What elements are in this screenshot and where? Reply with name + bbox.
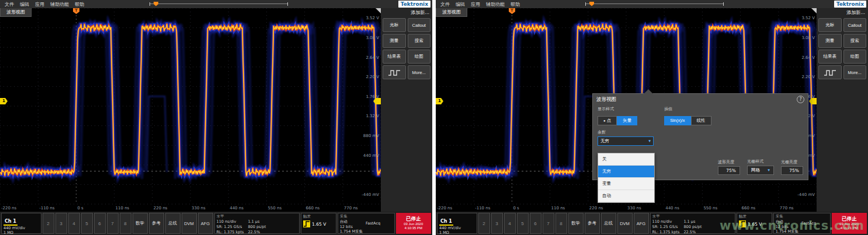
sidebar-button[interactable]: 光标: [383, 18, 406, 32]
menu-item[interactable]: 应用: [468, 1, 483, 8]
horizontal-panel[interactable]: 水平 110 ns/div SR: 1.25 GS/s RL: 1.375 kp…: [650, 213, 736, 234]
channel1-badge[interactable]: Ch 1 440 mV/div 1 MΩ 1 GHz: [1, 213, 41, 234]
sidebar-button[interactable]: 光标: [818, 18, 842, 32]
waveform-histogram-icon-button[interactable]: [818, 65, 842, 79]
style-dots-button[interactable]: ●点: [598, 116, 617, 125]
waveform-display[interactable]: 波形视图 -220 ns-110 ns0 s110 ns220 ns330 ns…: [0, 8, 381, 212]
svg-text:2.20 V: 2.20 V: [801, 75, 815, 79]
channel-button[interactable]: 4: [504, 213, 516, 234]
sidebar-button[interactable]: Callout: [843, 18, 867, 32]
dropdown-option[interactable]: 无穷: [598, 166, 654, 178]
persistence-value: 无穷: [600, 138, 609, 144]
dropdown-option[interactable]: 变量: [598, 178, 654, 190]
help-icon[interactable]: ?: [797, 96, 804, 103]
channel-button[interactable]: 3: [55, 213, 67, 234]
channel-button[interactable]: 8: [555, 213, 567, 234]
channel-button[interactable]: 2: [43, 213, 54, 234]
trigger-panel[interactable]: 触发 1.65 V: [737, 213, 772, 234]
acquisition-bits: 12 bits: [340, 225, 363, 229]
menu-item[interactable]: 编辑: [453, 1, 468, 8]
svg-text:3.08 V: 3.08 V: [366, 36, 379, 40]
svg-text:550 ns: 550 ns: [703, 206, 717, 211]
more-button[interactable]: More...: [408, 65, 431, 79]
menu-item[interactable]: 应用: [32, 1, 47, 8]
channel-button[interactable]: 5: [517, 213, 529, 234]
tab-waveform-view[interactable]: 波形视图: [436, 8, 467, 17]
function-button[interactable]: 总线: [165, 213, 180, 234]
sidebar: 添加新... 光标Callout测量搜索结果表绘图 More...: [817, 8, 868, 212]
channel-button[interactable]: 3: [491, 213, 503, 234]
dropdown-option[interactable]: 自动: [598, 190, 654, 202]
run-stop-button[interactable]: 已停止 03 Jun 2020 4:10:35 PM: [396, 213, 432, 234]
function-button[interactable]: DVM: [182, 213, 197, 234]
function-button[interactable]: DVM: [617, 213, 633, 234]
channel-button[interactable]: 4: [68, 213, 80, 234]
function-button[interactable]: 数学: [568, 213, 584, 234]
sidebar-button[interactable]: 测量: [383, 34, 406, 48]
sidebar-button[interactable]: 测量: [818, 34, 842, 48]
draw-zoom-corner-icon[interactable]: [376, 8, 381, 13]
sidebar-button[interactable]: 搜索: [843, 34, 867, 48]
graticule-style-dropdown[interactable]: 网格 ▾: [747, 166, 774, 175]
zoom-window-bracket[interactable]: [150, 2, 288, 6]
channel-button[interactable]: 6: [530, 213, 541, 234]
acquisition-panel[interactable]: 采集 自动 12 bits 1.754 M采集 FastAcq: [338, 213, 395, 234]
channel-button[interactable]: 7: [107, 213, 119, 234]
svg-text:330 ns: 330 ns: [192, 206, 206, 211]
add-new-button[interactable]: 添加新...: [383, 9, 430, 16]
waveform-display[interactable]: 波形视图 -220 ns-110 ns0 s110 ns220 ns330 ns…: [436, 8, 817, 212]
menu-item[interactable]: 帮助: [72, 1, 87, 8]
sidebar-button[interactable]: 结果表: [383, 50, 406, 64]
menu-item[interactable]: 辅助功能: [47, 1, 72, 8]
function-button[interactable]: 总线: [601, 213, 616, 234]
menu-item[interactable]: 编辑: [17, 1, 32, 8]
sidebar-button[interactable]: Callout: [408, 18, 431, 32]
function-button[interactable]: 数学: [133, 213, 148, 234]
menu-item[interactable]: 帮助: [508, 1, 523, 8]
interpolation-segment: Sin(x)/x 线性: [664, 116, 711, 125]
channel-button[interactable]: 2: [478, 213, 490, 234]
interp-sinx-button[interactable]: Sin(x)/x: [664, 116, 690, 125]
acquisition-ruler: [524, 2, 833, 7]
menu-item[interactable]: 文件: [438, 1, 453, 8]
graticule-intensity-field[interactable]: 75%: [781, 166, 803, 175]
zoom-window-bracket[interactable]: [585, 2, 724, 6]
horizontal-panel[interactable]: 水平 110 ns/div SR: 1.25 GS/s RL: 1.375 kp…: [214, 213, 300, 234]
dialog-pointer: [643, 89, 654, 94]
function-button[interactable]: 参考: [149, 213, 164, 234]
persistence-dropdown[interactable]: 无穷 ▾: [598, 136, 654, 146]
function-button[interactable]: 参考: [585, 213, 600, 234]
svg-text:110 ns: 110 ns: [551, 206, 565, 211]
channel1-scale: 440 mV/div: [4, 226, 39, 230]
dropdown-option[interactable]: 关: [598, 153, 654, 166]
acquisition-ruler: [88, 2, 397, 7]
channel-button[interactable]: 6: [94, 213, 106, 234]
trigger-panel[interactable]: 触发 1.65 V: [301, 213, 336, 234]
more-button[interactable]: More...: [843, 65, 867, 79]
menu-item[interactable]: 辅助功能: [483, 1, 508, 8]
menu-item[interactable]: 文件: [2, 1, 17, 8]
channel-button[interactable]: 7: [543, 213, 554, 234]
acquisition-panel[interactable]: 采集 自动 12 bits 1.754 M采集 FastAcq: [773, 213, 831, 234]
sidebar-button[interactable]: 搜索: [408, 34, 431, 48]
channel-button[interactable]: 5: [81, 213, 93, 234]
add-new-button[interactable]: 添加新...: [818, 9, 866, 16]
channel1-badge[interactable]: Ch 1 440 mV/div 1 MΩ 1 GHz: [437, 213, 477, 234]
run-stop-button[interactable]: 已停止 03 Jun 2020 4:11:21 PM: [832, 213, 867, 234]
function-button[interactable]: AFG: [634, 213, 649, 234]
function-button[interactable]: AFG: [198, 213, 213, 234]
tab-waveform-view[interactable]: 波形视图: [0, 8, 32, 17]
sidebar-button[interactable]: 结果表: [818, 50, 842, 64]
wave-intensity-field[interactable]: 75%: [718, 166, 740, 175]
channel-button[interactable]: 8: [120, 213, 131, 234]
sidebar-button[interactable]: 绘图: [408, 50, 431, 64]
draw-zoom-corner-icon[interactable]: [811, 8, 817, 13]
svg-text:660 ns: 660 ns: [742, 206, 756, 211]
waveform-histogram-icon-button[interactable]: [383, 65, 406, 79]
record-length: RL: 1.375 kpts: [652, 230, 680, 235]
sidebar-button[interactable]: 绘图: [843, 50, 867, 64]
style-vectors-button[interactable]: 矢量: [617, 116, 637, 125]
sidebar-buttons: 光标Callout测量搜索结果表绘图: [383, 18, 430, 64]
interp-linear-button[interactable]: 线性: [691, 116, 711, 125]
svg-text:-110 ns: -110 ns: [39, 206, 55, 211]
